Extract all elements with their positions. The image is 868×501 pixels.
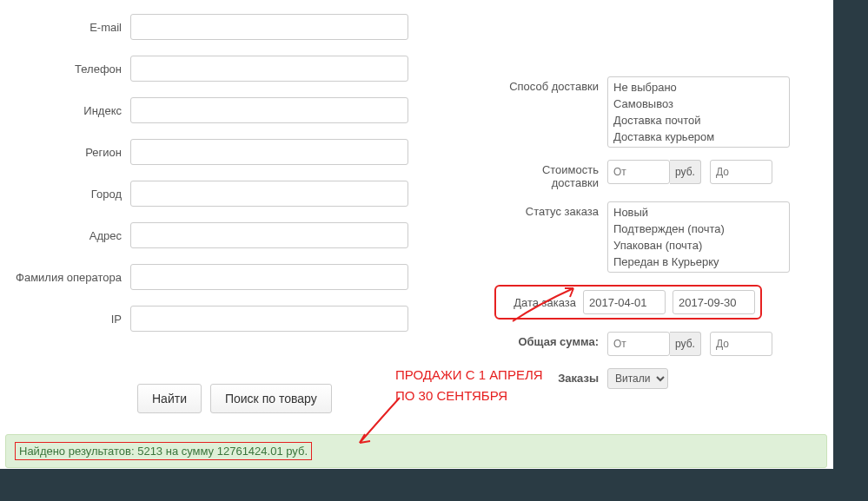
row-index: Индекс xyxy=(0,97,434,123)
label-delivery-cost: Стоимость доставки xyxy=(494,160,607,189)
left-column: E-mail Телефон Индекс Регион Город Адрес… xyxy=(0,14,434,347)
row-status: Статус заказа НовыйПодтвержден (почта)Уп… xyxy=(494,201,833,273)
label-status: Статус заказа xyxy=(494,201,607,218)
input-total-to[interactable] xyxy=(710,332,772,356)
label-region: Регион xyxy=(0,146,130,159)
row-ip: IP xyxy=(0,306,434,332)
label-total: Общая сумма: xyxy=(494,332,607,348)
input-delivery-cost-to[interactable] xyxy=(710,160,772,184)
label-ip: IP xyxy=(0,313,130,326)
right-column: Способ доставки Не выбраноСамовывозДоста… xyxy=(494,52,833,401)
page: E-mail Телефон Индекс Регион Город Адрес… xyxy=(0,0,833,469)
label-city: Город xyxy=(0,188,130,201)
input-date-from[interactable] xyxy=(583,290,666,314)
row-delivery-method: Способ доставки Не выбраноСамовывозДоста… xyxy=(494,76,833,148)
search-by-product-button[interactable]: Поиск по товару xyxy=(210,384,332,413)
input-index[interactable] xyxy=(130,97,408,123)
annotation-text: ПРОДАЖИ С 1 АПРЕЛЯ ПО 30 СЕНТЯБРЯ xyxy=(395,365,543,406)
row-order-date: Дата заказа xyxy=(494,285,833,320)
input-operator[interactable] xyxy=(130,264,408,290)
delivery-cost-group: руб. xyxy=(607,160,772,184)
label-order-date: Дата заказа xyxy=(501,296,576,309)
select-delivery-method[interactable]: Не выбраноСамовывозДоставка почтойДостав… xyxy=(607,76,790,148)
row-region: Регион xyxy=(0,139,434,165)
row-address: Адрес xyxy=(0,222,434,248)
row-operator: Фамилия оператора xyxy=(0,264,434,290)
row-email: E-mail xyxy=(0,14,434,40)
addon-rub-2: руб. xyxy=(670,332,701,356)
order-date-highlight: Дата заказа xyxy=(494,285,762,320)
label-address: Адрес xyxy=(0,229,130,242)
annotation-line2: ПО 30 СЕНТЯБРЯ xyxy=(395,388,507,403)
input-total-from[interactable] xyxy=(607,332,670,356)
input-region[interactable] xyxy=(130,139,408,165)
annotation-line1: ПРОДАЖИ С 1 АПРЕЛЯ xyxy=(395,367,543,382)
input-date-to[interactable] xyxy=(673,290,755,314)
select-status[interactable]: НовыйПодтвержден (почта)Упакован (почта)… xyxy=(607,201,790,273)
input-phone[interactable] xyxy=(130,56,408,82)
input-delivery-cost-from[interactable] xyxy=(607,160,670,184)
select-orders[interactable]: Витали xyxy=(607,368,668,389)
label-operator: Фамилия оператора xyxy=(0,271,130,284)
search-button[interactable]: Найти xyxy=(137,384,202,413)
row-total: Общая сумма: руб. xyxy=(494,332,833,356)
addon-rub-1: руб. xyxy=(670,160,701,184)
row-orders: Заказы Витали xyxy=(494,368,833,389)
input-ip[interactable] xyxy=(130,306,408,332)
label-index: Индекс xyxy=(0,104,130,117)
input-email[interactable] xyxy=(130,14,408,40)
row-delivery-cost: Стоимость доставки руб. xyxy=(494,160,833,189)
total-group: руб. xyxy=(607,332,772,356)
label-phone: Телефон xyxy=(0,63,130,76)
label-delivery-method: Способ доставки xyxy=(494,76,607,93)
result-bar: Найдено результатов: 5213 на сумму 12761… xyxy=(5,434,827,468)
label-email: E-mail xyxy=(0,21,130,34)
row-phone: Телефон xyxy=(0,56,434,82)
button-row: Найти Поиск по товару xyxy=(137,384,332,413)
input-city[interactable] xyxy=(130,181,408,207)
row-city: Город xyxy=(0,181,434,207)
input-address[interactable] xyxy=(130,222,408,248)
result-text: Найдено результатов: 5213 на сумму 12761… xyxy=(15,442,312,460)
